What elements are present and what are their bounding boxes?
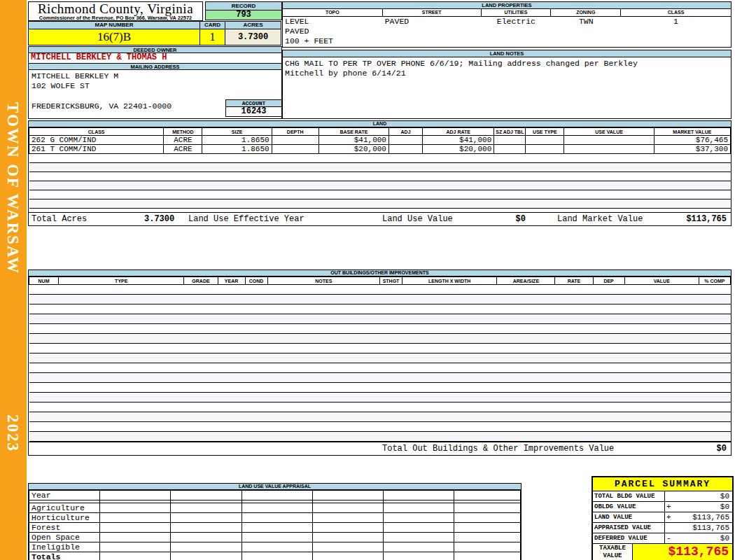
zoning-value: TWN	[551, 17, 621, 27]
land-notes-title: LAND NOTES	[283, 50, 731, 57]
parcel-summary-title: PARCEL SUMMARY	[593, 477, 732, 491]
cell-use-type	[526, 145, 564, 154]
row-value: $0	[720, 502, 729, 512]
property-record-card: { "sidebar": { "org": "TOWN OF WARSAW", …	[0, 0, 735, 560]
cell-class: 262 G COMM/IND	[29, 136, 164, 145]
cell-use-value	[564, 136, 654, 145]
empty-row	[29, 200, 731, 209]
empty-row	[29, 304, 731, 314]
empty-row	[29, 190, 731, 200]
land-header-row: CLASS METHOD SIZE DEPTH BASE RATE ADJ AD…	[29, 128, 731, 136]
column-header: STHGT	[379, 277, 402, 285]
cell-market-value: $37,300	[654, 145, 730, 154]
land-properties-headers: TOPO STREET UTILITIES ZONING CLASS	[283, 9, 731, 17]
column-header: LENGTH X WIDTH	[402, 277, 497, 285]
parcel-summary-row: APPRAISED VALUE $113,765	[593, 523, 732, 533]
empty-row	[29, 344, 731, 354]
sidebar-town-label: TOWN OF WARSAW	[4, 102, 22, 274]
acres-box: ACRES 3.7300	[225, 21, 281, 46]
land-use-effective-year-label: Land Use Effective Year	[188, 215, 304, 224]
row-value: $113,765	[692, 512, 729, 522]
land-properties-values-row: PAVED	[283, 27, 731, 36]
row-label: Forest	[29, 523, 100, 533]
empty-row	[29, 383, 731, 393]
column-header: COND	[245, 277, 267, 285]
out-buildings-header-row: NUM TYPE GRADE YEAR COND NOTES STHGT LEN…	[29, 277, 731, 285]
row-label: LAND VALUE	[593, 512, 665, 522]
empty-row	[29, 432, 731, 442]
empty-row	[29, 181, 731, 190]
deeded-owner-value: MITCHELL BERKLEY & THOMAS H	[28, 53, 282, 63]
land-table: CLASS METHOD SIZE DEPTH BASE RATE ADJ AD…	[29, 127, 731, 209]
column-header: METHOD	[164, 128, 202, 136]
map-number-box: MAP NUMBER 16(7)B	[28, 21, 200, 46]
empty-row	[29, 334, 731, 344]
land-properties-values-row: 100 + FEET	[283, 36, 731, 46]
row-value: $113,765	[692, 523, 729, 533]
land-use-appraisal-table: Year Agriculture Horticulture Forest Ope…	[29, 490, 521, 560]
column-header: USE TYPE	[526, 128, 564, 136]
row-label: DEFERRED VALUE	[593, 533, 665, 543]
mailing-address-header: MAILING ADDRESS	[28, 63, 282, 70]
taxable-value-row: TAXABLE VALUE $113,765	[593, 544, 732, 560]
land-use-appraisal-title: LAND USE VALUE APPRAISAL	[29, 484, 521, 490]
street-value: PAVED	[383, 17, 482, 27]
land-use-value: $0	[484, 215, 526, 224]
column-header: SIZE	[202, 128, 272, 136]
cell-base-rate: $41,000	[318, 136, 388, 145]
column-header: NUM	[29, 277, 59, 285]
cell-adj-rate: $20,000	[423, 145, 494, 154]
column-header: ZONING	[551, 9, 621, 17]
row-label: Open Space	[29, 533, 100, 542]
column-header: GRADE	[184, 277, 218, 285]
topo-value: LEVEL	[283, 17, 383, 27]
acres-value: 3.7300	[225, 29, 281, 46]
land-market-value: $113,765	[686, 215, 727, 224]
row-value: $0	[720, 533, 729, 543]
land-properties-title: LAND PROPERTIES	[283, 2, 731, 9]
column-header: TYPE	[59, 277, 184, 285]
column-header: BASE RATE	[318, 128, 388, 136]
empty-row	[29, 172, 731, 181]
map-number-value: 16(7)B	[28, 29, 200, 46]
column-header: % COMP	[699, 277, 730, 285]
row-operator: +	[666, 502, 671, 512]
taxable-label-line: TAXABLE	[593, 545, 632, 552]
address-line: 102 WOLFE ST	[31, 81, 90, 91]
column-header: UTILITIES	[482, 9, 552, 17]
row-label: TOTAL BLDG VALUE	[593, 491, 665, 501]
cell-base-rate: $20,000	[318, 145, 388, 154]
county-header: Richmond County, Virginia Commissioner o…	[28, 1, 203, 21]
cell-sz-adj-tbl	[494, 145, 526, 154]
appraisal-row: Ineligible	[29, 542, 521, 552]
empty-row	[29, 373, 731, 383]
card-value: 1	[200, 29, 225, 46]
cell-adj	[388, 145, 422, 154]
sidebar-year-label: 2023	[4, 414, 22, 452]
row-label: Ineligible	[29, 542, 100, 552]
land-notes-line: CHG MAIL TO PER TP OVER PHONE 6/6/19; Ma…	[285, 59, 729, 69]
land-notes-body: CHG MAIL TO PER TP OVER PHONE 6/6/19; Ma…	[283, 57, 731, 80]
land-section: LAND CLASS METHOD SIZE DEPTH BASE RATE A…	[28, 120, 732, 226]
land-use-appraisal-section: LAND USE VALUE APPRAISAL Year Agricultur…	[28, 483, 522, 560]
row-label: Agriculture	[29, 503, 100, 513]
land-notes-section: LAND NOTES CHG MAIL TO PER TP OVER PHONE…	[282, 50, 732, 119]
cell-use-type	[526, 136, 564, 145]
column-header: MARKET VALUE	[654, 128, 730, 136]
utilities-value: Electric	[482, 17, 552, 27]
out-buildings-table: NUM TYPE GRADE YEAR COND NOTES STHGT LEN…	[29, 276, 731, 442]
county-subtitle: Commissioner of the Revenue, PO Box 366,…	[36, 15, 195, 20]
cell-adj	[388, 136, 422, 145]
cell-sz-adj-tbl	[494, 136, 526, 145]
out-buildings-total-value: $0	[717, 444, 727, 454]
account-box: ACCOUNT 16243	[225, 99, 282, 117]
empty-row	[29, 324, 731, 334]
row-label: Horticulture	[29, 513, 100, 523]
row-label: Year	[29, 491, 100, 500]
row-operator: +	[666, 512, 671, 522]
out-buildings-title: OUT BUILDINGS/OTHER IMPROVEMENTS	[29, 270, 731, 276]
column-header: RATE	[555, 277, 593, 285]
parcel-summary-row: DEFERRED VALUE - $0	[593, 533, 732, 544]
sidebar: TOWN OF WARSAW 2023	[0, 0, 27, 560]
row-label: APPRAISED VALUE	[593, 523, 665, 533]
